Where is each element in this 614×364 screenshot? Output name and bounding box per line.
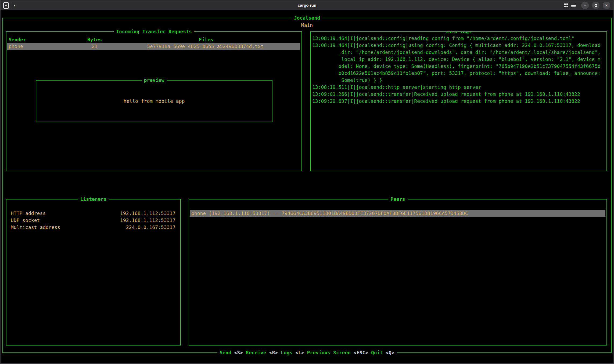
listener-row-http: HTTP address 192.168.1.112:53317	[6, 210, 180, 217]
screen-name: Main	[3, 22, 611, 29]
maximize-button[interactable]	[592, 2, 599, 9]
transfer-sender: phone	[9, 43, 78, 50]
listener-list: HTTP address 192.168.1.112:53317 UDP soc…	[6, 210, 180, 231]
tab-dropdown-button[interactable]: ▼	[13, 4, 16, 7]
peers-panel: Peers phone (192.168.1.110:53317) -- 794…	[189, 199, 607, 345]
listener-row-multicast: Multicast address 224.0.0.167:53317	[6, 224, 180, 231]
window-edge-bottom	[0, 363, 614, 364]
preview-title: preview	[142, 77, 167, 84]
listener-label: Multicast address	[11, 224, 60, 231]
transfers-table-header: Sender Bytes Files	[6, 36, 301, 43]
minimize-button[interactable]: ─	[581, 2, 589, 9]
key-hint: <S>	[234, 350, 243, 355]
window-title: cargo run	[0, 2, 614, 9]
incoming-transfers-panel: Incoming Transfer Requests Sender Bytes …	[6, 31, 302, 171]
transfer-bytes: 21	[78, 43, 111, 50]
new-tab-button[interactable]: +	[3, 2, 9, 9]
tab-switcher-icon[interactable]	[564, 3, 568, 7]
peers-title: Peers	[388, 196, 407, 203]
transfer-request-row-selected[interactable]: phone 21 5e77918a-569e-4825-b6b5-a52496b…	[7, 43, 300, 50]
listener-label: HTTP address	[11, 210, 46, 217]
log-output: 13:08:19.464|I|jocalsend::config|reading…	[312, 35, 601, 105]
window-edge-left	[0, 0, 1, 364]
close-button[interactable]: ✕	[603, 2, 610, 9]
close-icon: ✕	[605, 4, 608, 7]
menu-item-previous-screen[interactable]: Previous Screen <ESC>	[307, 350, 368, 355]
minimize-icon: ─	[584, 4, 586, 7]
column-header-sender: Sender	[9, 36, 78, 43]
menu-icon[interactable]	[571, 4, 576, 7]
listener-row-udp: UDP socket 192.168.1.112:53317	[6, 217, 180, 224]
titlebar-left-cluster: + ▼	[3, 0, 16, 10]
incoming-transfers-title: Incoming Transfer Requests	[114, 28, 194, 35]
menu-item-receive[interactable]: Receive <R>	[246, 350, 278, 355]
menu-item-logs[interactable]: Logs <L>	[281, 350, 304, 355]
listener-label: UDP socket	[11, 217, 40, 224]
preview-panel: preview hello from mobile app	[36, 80, 272, 122]
titlebar: + ▼ cargo run ─ ✕	[0, 0, 614, 10]
listener-value: 224.0.0.167:53317	[126, 224, 175, 231]
preview-content: hello from mobile app	[124, 98, 185, 105]
key-hint: <R>	[269, 350, 278, 355]
key-hint: <ESC>	[354, 350, 368, 355]
listeners-panel: Listeners HTTP address 192.168.1.112:533…	[6, 199, 181, 345]
info-logs-panel: INFO logs 13:08:19.464|I|jocalsend::conf…	[310, 31, 607, 171]
transfer-files: 5e77918a-569e-4825-b6b5-a52496b3874d.txt	[111, 43, 300, 50]
listener-value: 192.168.1.112:53317	[120, 210, 175, 217]
listener-value: 192.168.1.112:53317	[120, 217, 175, 224]
titlebar-right-cluster: ─ ✕	[564, 0, 610, 10]
info-logs-title: INFO logs	[443, 31, 474, 35]
plus-icon: +	[5, 3, 7, 8]
column-header-bytes: Bytes	[78, 36, 111, 43]
listeners-title: Listeners	[78, 196, 109, 203]
key-hint: <L>	[295, 350, 304, 355]
key-hint: <Q>	[386, 350, 394, 355]
app-title: Jocalsend	[292, 14, 323, 21]
titlebar-separator	[11, 2, 11, 8]
maximize-icon	[595, 4, 597, 7]
peer-row-selected[interactable]: phone (192.168.1.110:53317) -- 794664CA3…	[190, 210, 605, 217]
column-header-files: Files	[111, 36, 301, 43]
terminal-window: + ▼ cargo run ─ ✕ Jocalse	[0, 0, 614, 364]
menu-item-send[interactable]: Send <S>	[220, 350, 243, 355]
menu-item-quit[interactable]: Quit <Q>	[371, 350, 394, 355]
keybinding-menu: Send <S> Receive <R> Logs <L> Previous S…	[217, 349, 397, 356]
